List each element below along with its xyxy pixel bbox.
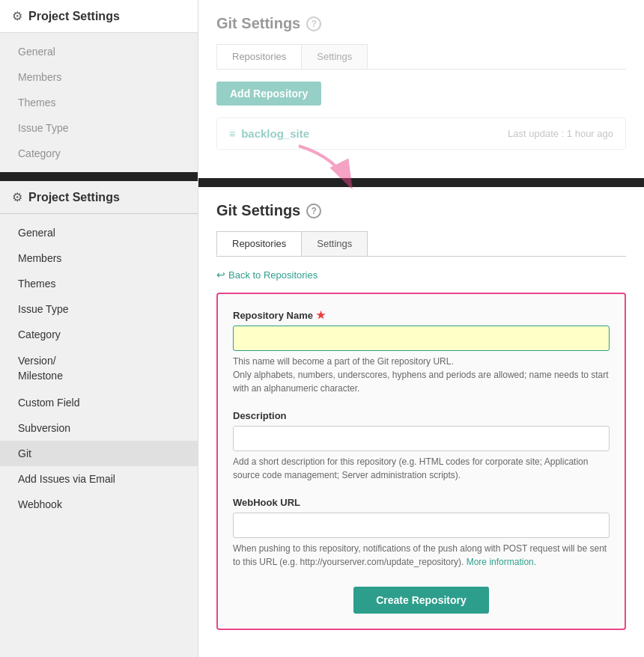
gear-icon: ⚙ [12, 9, 22, 23]
create-repository-button[interactable]: Create Repository [353, 587, 489, 614]
sidebar-item-general[interactable]: General [0, 39, 198, 64]
sidebar-item-general2[interactable]: General [0, 220, 198, 245]
sidebar: ⚙ Project Settings General Members Theme… [0, 0, 198, 657]
sidebar-nav-bottom: General Members Themes Issue Type Catego… [0, 214, 198, 657]
sidebar-item-version[interactable]: Version/Milestone [0, 347, 198, 390]
description-group: Description Add a short description for … [233, 410, 610, 482]
more-info-link[interactable]: More information. [467, 557, 536, 567]
sidebar-item-issue-type2[interactable]: Issue Type [0, 296, 198, 322]
repo-last-update: Last update : 1 hour ago [508, 128, 613, 139]
sidebar-item-add-issues[interactable]: Add Issues via Email [0, 466, 198, 492]
sidebar-item-git[interactable]: Git [0, 441, 198, 466]
arrow-annotation [216, 150, 626, 210]
sidebar-item-custom-field[interactable]: Custom Field [0, 390, 198, 415]
repo-name-group: Repository Name ★ This name will become … [233, 309, 610, 395]
sidebar-item-webhook[interactable]: Webhook [0, 492, 198, 517]
tab-settings-bottom[interactable]: Settings [301, 231, 368, 256]
repo-name-input[interactable] [233, 326, 610, 351]
main-content: Git Settings ? Repositories Settings Add… [198, 0, 644, 657]
page-layout: ⚙ Project Settings General Members Theme… [0, 0, 644, 657]
tabs-top: Repositories Settings [216, 44, 626, 70]
sidebar-item-members[interactable]: Members [0, 64, 198, 90]
description-label: Description [233, 410, 610, 421]
tab-repositories-bottom[interactable]: Repositories [216, 231, 302, 256]
sidebar-item-members2[interactable]: Members [0, 245, 198, 271]
sidebar-item-themes[interactable]: Themes [0, 90, 198, 115]
sidebar-item-category[interactable]: Category [0, 141, 198, 166]
top-panel: Git Settings ? Repositories Settings Add… [198, 0, 644, 210]
webhook-url-input[interactable] [233, 513, 610, 538]
back-to-repositories-link[interactable]: Back to Repositories [216, 269, 626, 281]
sidebar-title-bottom: Project Settings [28, 191, 120, 204]
sidebar-header-top: ⚙ Project Settings [0, 0, 198, 33]
description-input[interactable] [233, 426, 610, 451]
add-repository-button-top[interactable]: Add Repository [216, 82, 321, 106]
sidebar-item-themes2[interactable]: Themes [0, 271, 198, 296]
sidebar-item-issue-type[interactable]: Issue Type [0, 115, 198, 141]
sidebar-nav-top: General Members Themes Issue Type Catego… [0, 33, 198, 172]
repo-name: ≡ backlog_site [229, 127, 309, 140]
git-settings-header-top: Git Settings ? [216, 15, 626, 32]
repo-name-label: Repository Name ★ [233, 309, 610, 321]
create-repo-form: Repository Name ★ This name will become … [216, 293, 626, 630]
bottom-panel: Git Settings ? Repositories Settings Bac… [198, 187, 644, 645]
webhook-url-group: WebHook URL When pushing to this reposit… [233, 497, 610, 569]
sidebar-header-bottom: ⚙ Project Settings [0, 181, 198, 214]
required-star: ★ [316, 309, 326, 321]
repo-name-hint: This name will become a part of the Git … [233, 355, 610, 395]
webhook-url-label: WebHook URL [233, 497, 610, 508]
description-hint: Add a short description for this reposit… [233, 455, 610, 482]
list-icon: ≡ [229, 128, 235, 140]
sidebar-item-subversion[interactable]: Subversion [0, 415, 198, 441]
git-settings-title-top: Git Settings [216, 15, 300, 32]
arrow-svg [231, 142, 381, 202]
help-icon-top[interactable]: ? [306, 16, 321, 31]
sidebar-title-top: Project Settings [28, 10, 120, 23]
tab-settings-top[interactable]: Settings [301, 44, 368, 69]
tab-repositories-top[interactable]: Repositories [216, 44, 302, 69]
webhook-url-hint: When pushing to this repository, notific… [233, 542, 610, 569]
sidebar-item-category2[interactable]: Category [0, 322, 198, 347]
gear-icon-bottom: ⚙ [12, 190, 22, 204]
tabs-bottom: Repositories Settings [216, 231, 626, 257]
sidebar-divider [0, 172, 198, 181]
